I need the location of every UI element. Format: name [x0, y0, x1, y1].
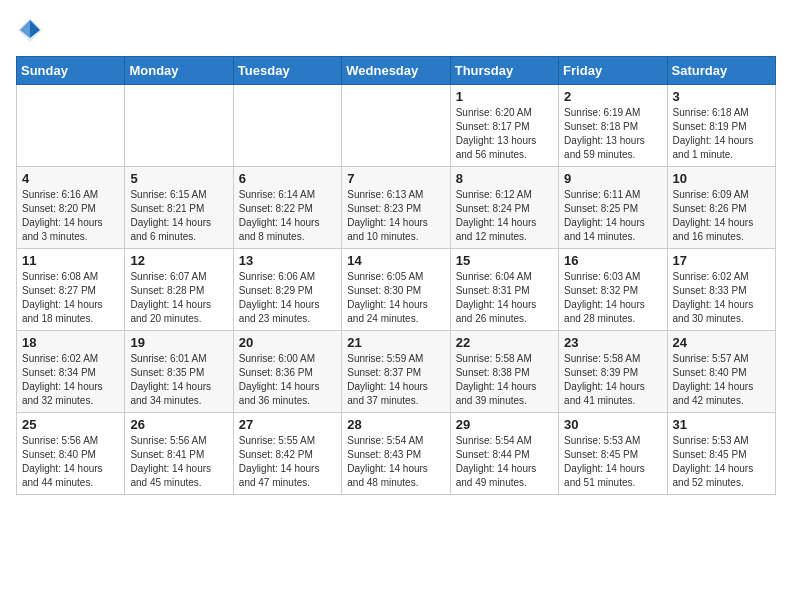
day-info: Sunrise: 6:15 AM Sunset: 8:21 PM Dayligh… — [130, 188, 227, 244]
day-number: 10 — [673, 171, 770, 186]
day-cell: 7Sunrise: 6:13 AM Sunset: 8:23 PM Daylig… — [342, 167, 450, 249]
calendar-table: SundayMondayTuesdayWednesdayThursdayFrid… — [16, 56, 776, 495]
day-cell: 22Sunrise: 5:58 AM Sunset: 8:38 PM Dayli… — [450, 331, 558, 413]
day-header-saturday: Saturday — [667, 57, 775, 85]
day-number: 25 — [22, 417, 119, 432]
day-cell: 5Sunrise: 6:15 AM Sunset: 8:21 PM Daylig… — [125, 167, 233, 249]
day-number: 8 — [456, 171, 553, 186]
day-number: 7 — [347, 171, 444, 186]
day-cell: 23Sunrise: 5:58 AM Sunset: 8:39 PM Dayli… — [559, 331, 667, 413]
day-number: 9 — [564, 171, 661, 186]
logo — [16, 16, 48, 44]
day-cell: 18Sunrise: 6:02 AM Sunset: 8:34 PM Dayli… — [17, 331, 125, 413]
day-info: Sunrise: 6:18 AM Sunset: 8:19 PM Dayligh… — [673, 106, 770, 162]
day-number: 15 — [456, 253, 553, 268]
day-cell: 26Sunrise: 5:56 AM Sunset: 8:41 PM Dayli… — [125, 413, 233, 495]
day-cell: 27Sunrise: 5:55 AM Sunset: 8:42 PM Dayli… — [233, 413, 341, 495]
day-number: 27 — [239, 417, 336, 432]
day-info: Sunrise: 5:53 AM Sunset: 8:45 PM Dayligh… — [564, 434, 661, 490]
day-info: Sunrise: 5:54 AM Sunset: 8:44 PM Dayligh… — [456, 434, 553, 490]
day-cell — [17, 85, 125, 167]
day-cell: 19Sunrise: 6:01 AM Sunset: 8:35 PM Dayli… — [125, 331, 233, 413]
day-info: Sunrise: 5:58 AM Sunset: 8:39 PM Dayligh… — [564, 352, 661, 408]
day-info: Sunrise: 6:12 AM Sunset: 8:24 PM Dayligh… — [456, 188, 553, 244]
day-number: 12 — [130, 253, 227, 268]
day-cell: 12Sunrise: 6:07 AM Sunset: 8:28 PM Dayli… — [125, 249, 233, 331]
day-cell: 13Sunrise: 6:06 AM Sunset: 8:29 PM Dayli… — [233, 249, 341, 331]
day-number: 2 — [564, 89, 661, 104]
day-number: 4 — [22, 171, 119, 186]
day-info: Sunrise: 5:59 AM Sunset: 8:37 PM Dayligh… — [347, 352, 444, 408]
day-cell: 6Sunrise: 6:14 AM Sunset: 8:22 PM Daylig… — [233, 167, 341, 249]
day-info: Sunrise: 6:16 AM Sunset: 8:20 PM Dayligh… — [22, 188, 119, 244]
day-info: Sunrise: 6:00 AM Sunset: 8:36 PM Dayligh… — [239, 352, 336, 408]
day-info: Sunrise: 5:56 AM Sunset: 8:40 PM Dayligh… — [22, 434, 119, 490]
page-header — [16, 16, 776, 44]
day-number: 1 — [456, 89, 553, 104]
week-row-1: 1Sunrise: 6:20 AM Sunset: 8:17 PM Daylig… — [17, 85, 776, 167]
day-header-tuesday: Tuesday — [233, 57, 341, 85]
day-info: Sunrise: 5:56 AM Sunset: 8:41 PM Dayligh… — [130, 434, 227, 490]
day-info: Sunrise: 5:58 AM Sunset: 8:38 PM Dayligh… — [456, 352, 553, 408]
day-info: Sunrise: 6:02 AM Sunset: 8:34 PM Dayligh… — [22, 352, 119, 408]
day-info: Sunrise: 6:20 AM Sunset: 8:17 PM Dayligh… — [456, 106, 553, 162]
day-number: 5 — [130, 171, 227, 186]
day-cell: 3Sunrise: 6:18 AM Sunset: 8:19 PM Daylig… — [667, 85, 775, 167]
day-info: Sunrise: 6:02 AM Sunset: 8:33 PM Dayligh… — [673, 270, 770, 326]
day-header-sunday: Sunday — [17, 57, 125, 85]
day-number: 28 — [347, 417, 444, 432]
day-info: Sunrise: 6:01 AM Sunset: 8:35 PM Dayligh… — [130, 352, 227, 408]
week-row-2: 4Sunrise: 6:16 AM Sunset: 8:20 PM Daylig… — [17, 167, 776, 249]
day-info: Sunrise: 5:53 AM Sunset: 8:45 PM Dayligh… — [673, 434, 770, 490]
day-number: 23 — [564, 335, 661, 350]
day-cell: 8Sunrise: 6:12 AM Sunset: 8:24 PM Daylig… — [450, 167, 558, 249]
day-number: 24 — [673, 335, 770, 350]
logo-icon — [16, 16, 44, 44]
day-cell: 24Sunrise: 5:57 AM Sunset: 8:40 PM Dayli… — [667, 331, 775, 413]
day-cell: 31Sunrise: 5:53 AM Sunset: 8:45 PM Dayli… — [667, 413, 775, 495]
day-number: 6 — [239, 171, 336, 186]
day-cell: 9Sunrise: 6:11 AM Sunset: 8:25 PM Daylig… — [559, 167, 667, 249]
day-cell: 25Sunrise: 5:56 AM Sunset: 8:40 PM Dayli… — [17, 413, 125, 495]
week-row-5: 25Sunrise: 5:56 AM Sunset: 8:40 PM Dayli… — [17, 413, 776, 495]
day-cell: 10Sunrise: 6:09 AM Sunset: 8:26 PM Dayli… — [667, 167, 775, 249]
day-cell: 30Sunrise: 5:53 AM Sunset: 8:45 PM Dayli… — [559, 413, 667, 495]
day-number: 20 — [239, 335, 336, 350]
day-header-thursday: Thursday — [450, 57, 558, 85]
day-info: Sunrise: 6:09 AM Sunset: 8:26 PM Dayligh… — [673, 188, 770, 244]
day-cell: 1Sunrise: 6:20 AM Sunset: 8:17 PM Daylig… — [450, 85, 558, 167]
day-cell — [342, 85, 450, 167]
day-number: 30 — [564, 417, 661, 432]
day-cell: 2Sunrise: 6:19 AM Sunset: 8:18 PM Daylig… — [559, 85, 667, 167]
day-info: Sunrise: 5:54 AM Sunset: 8:43 PM Dayligh… — [347, 434, 444, 490]
day-cell: 28Sunrise: 5:54 AM Sunset: 8:43 PM Dayli… — [342, 413, 450, 495]
day-cell: 20Sunrise: 6:00 AM Sunset: 8:36 PM Dayli… — [233, 331, 341, 413]
day-cell: 29Sunrise: 5:54 AM Sunset: 8:44 PM Dayli… — [450, 413, 558, 495]
day-cell: 17Sunrise: 6:02 AM Sunset: 8:33 PM Dayli… — [667, 249, 775, 331]
day-number: 29 — [456, 417, 553, 432]
day-info: Sunrise: 6:19 AM Sunset: 8:18 PM Dayligh… — [564, 106, 661, 162]
day-number: 14 — [347, 253, 444, 268]
day-header-wednesday: Wednesday — [342, 57, 450, 85]
day-number: 22 — [456, 335, 553, 350]
day-number: 19 — [130, 335, 227, 350]
week-row-3: 11Sunrise: 6:08 AM Sunset: 8:27 PM Dayli… — [17, 249, 776, 331]
day-info: Sunrise: 6:05 AM Sunset: 8:30 PM Dayligh… — [347, 270, 444, 326]
day-cell: 14Sunrise: 6:05 AM Sunset: 8:30 PM Dayli… — [342, 249, 450, 331]
day-number: 26 — [130, 417, 227, 432]
day-info: Sunrise: 6:07 AM Sunset: 8:28 PM Dayligh… — [130, 270, 227, 326]
week-row-4: 18Sunrise: 6:02 AM Sunset: 8:34 PM Dayli… — [17, 331, 776, 413]
header-row: SundayMondayTuesdayWednesdayThursdayFrid… — [17, 57, 776, 85]
day-cell: 15Sunrise: 6:04 AM Sunset: 8:31 PM Dayli… — [450, 249, 558, 331]
day-cell: 4Sunrise: 6:16 AM Sunset: 8:20 PM Daylig… — [17, 167, 125, 249]
day-info: Sunrise: 5:57 AM Sunset: 8:40 PM Dayligh… — [673, 352, 770, 408]
day-cell — [233, 85, 341, 167]
day-cell: 11Sunrise: 6:08 AM Sunset: 8:27 PM Dayli… — [17, 249, 125, 331]
day-header-monday: Monday — [125, 57, 233, 85]
day-number: 21 — [347, 335, 444, 350]
day-number: 11 — [22, 253, 119, 268]
day-info: Sunrise: 6:04 AM Sunset: 8:31 PM Dayligh… — [456, 270, 553, 326]
day-cell: 21Sunrise: 5:59 AM Sunset: 8:37 PM Dayli… — [342, 331, 450, 413]
day-info: Sunrise: 6:11 AM Sunset: 8:25 PM Dayligh… — [564, 188, 661, 244]
day-header-friday: Friday — [559, 57, 667, 85]
